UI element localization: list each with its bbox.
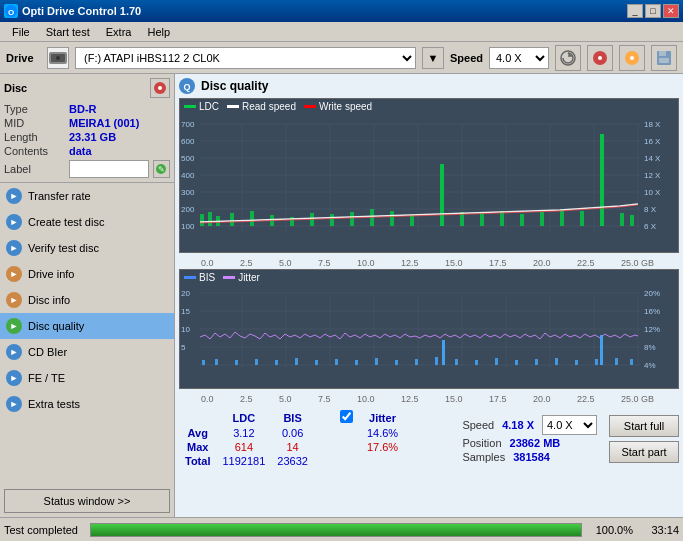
disc-label-button[interactable]: ✎	[153, 160, 170, 178]
nav-create-label: Create test disc	[28, 216, 104, 228]
sidebar: Disc Type BD-R MID MEIRA1 (001) Length 2…	[0, 74, 175, 517]
nav-cd-bier[interactable]: ► CD BIer	[0, 339, 174, 365]
refresh-icon-button[interactable]	[555, 45, 581, 71]
drive-label: Drive	[6, 52, 41, 64]
svg-text:400: 400	[181, 171, 195, 180]
svg-rect-96	[335, 359, 338, 365]
statusbar: Test completed 100.0% 33:14	[0, 517, 683, 541]
start-part-button[interactable]: Start part	[609, 441, 679, 463]
nav-drive-info[interactable]: ► Drive info	[0, 261, 174, 287]
nav-fe-te-label: FE / TE	[28, 372, 65, 384]
max-bis: 14	[271, 440, 314, 454]
menu-file[interactable]: File	[4, 24, 38, 40]
svg-text:500: 500	[181, 154, 195, 163]
svg-rect-49	[440, 164, 444, 226]
svg-text:20: 20	[181, 289, 190, 298]
disc-contents-label: Contents	[4, 145, 69, 157]
disc-type-value: BD-R	[69, 103, 97, 115]
svg-text:14 X: 14 X	[644, 154, 661, 163]
nav-disc-quality[interactable]: ► Disc quality	[0, 313, 174, 339]
nav-disc-info[interactable]: ► Disc info	[0, 287, 174, 313]
start-full-button[interactable]: Start full	[609, 415, 679, 437]
disc-icon-button[interactable]	[150, 78, 170, 98]
nav-transfer-rate[interactable]: ► Transfer rate	[0, 183, 174, 209]
svg-text:18 X: 18 X	[644, 120, 661, 129]
nav-extra-tests[interactable]: ► Extra tests	[0, 391, 174, 417]
disc-quality-title: Disc quality	[201, 79, 268, 93]
total-bis: 23632	[271, 454, 314, 468]
nav-fe-te[interactable]: ► FE / TE	[0, 365, 174, 391]
svg-rect-97	[355, 360, 358, 365]
max-jitter: 17.6%	[361, 440, 404, 454]
write-speed-label: Write speed	[319, 101, 372, 112]
avg-jitter: 14.6%	[361, 426, 404, 440]
samples-stat-row: Samples 381584	[462, 451, 597, 463]
svg-point-7	[598, 56, 602, 60]
status-window-button[interactable]: Status window >>	[4, 489, 170, 513]
jitter-checkbox[interactable]	[340, 410, 353, 423]
upper-chart-legend: LDC Read speed Write speed	[180, 99, 678, 114]
svg-text:700: 700	[181, 120, 195, 129]
lower-chart-legend: BIS Jitter	[180, 270, 678, 285]
disc-quality-header-icon: Q	[179, 78, 195, 94]
svg-rect-51	[480, 213, 484, 226]
svg-text:✎: ✎	[158, 165, 165, 174]
svg-rect-92	[255, 359, 258, 365]
svg-text:20%: 20%	[644, 289, 660, 298]
max-ldc: 614	[216, 440, 271, 454]
svg-rect-45	[350, 212, 354, 226]
svg-text:300: 300	[181, 188, 195, 197]
nav-verify-test-disc[interactable]: ► Verify test disc	[0, 235, 174, 261]
close-button[interactable]: ✕	[663, 4, 679, 18]
progress-percentage: 100.0%	[588, 524, 633, 536]
disc-contents-value: data	[69, 145, 92, 157]
disc-quality-header: Q Disc quality	[179, 78, 679, 94]
svg-rect-36	[200, 214, 204, 226]
total-ldc: 1192181	[216, 454, 271, 468]
speed-dropdown[interactable]: 4.0 X	[542, 415, 597, 435]
svg-rect-91	[235, 360, 238, 365]
menubar: File Start test Extra Help	[0, 22, 683, 42]
jitter-header: Jitter	[361, 409, 404, 426]
upper-chart: LDC Read speed Write speed	[179, 98, 679, 253]
maximize-button[interactable]: □	[645, 4, 661, 18]
action-buttons: Start full Start part	[609, 415, 679, 463]
disc-header-label: Disc	[4, 82, 27, 94]
disc-section: Disc Type BD-R MID MEIRA1 (001) Length 2…	[0, 74, 174, 183]
speed-stat-label: Speed	[462, 419, 494, 431]
avg-label: Avg	[179, 426, 216, 440]
nav-cd-bier-icon: ►	[6, 344, 22, 360]
svg-text:8 X: 8 X	[644, 205, 657, 214]
nav-disc-quality-label: Disc quality	[28, 320, 84, 332]
menu-help[interactable]: Help	[139, 24, 178, 40]
samples-stat-label: Samples	[462, 451, 505, 463]
disc2-icon-button[interactable]	[619, 45, 645, 71]
app-icon: O	[4, 4, 18, 18]
titlebar: O Opti Drive Control 1.70 _ □ ✕	[0, 0, 683, 22]
legend-jitter: Jitter	[223, 272, 260, 283]
drive-refresh-button[interactable]: ▼	[422, 47, 444, 69]
nav-drive-info-icon: ►	[6, 266, 22, 282]
disc-icon-button[interactable]	[587, 45, 613, 71]
svg-rect-109	[575, 360, 578, 365]
disc-type-row: Type BD-R	[4, 102, 170, 116]
upper-chart-svg: 18 X 16 X 14 X 12 X 10 X 8 X 6 X 700 600…	[180, 114, 670, 244]
progress-bar-container	[90, 523, 582, 537]
svg-rect-94	[295, 358, 298, 365]
drivebar: Drive (F:) ATAPI iHBS112 2 CL0K ▼ Speed …	[0, 42, 683, 74]
ldc-color-swatch	[184, 105, 196, 108]
disc-label-input[interactable]	[69, 160, 149, 178]
disc-header: Disc	[4, 78, 170, 98]
drive-select[interactable]: (F:) ATAPI iHBS112 2 CL0K	[75, 47, 416, 69]
svg-rect-104	[475, 360, 478, 365]
window-controls: _ □ ✕	[627, 4, 679, 18]
minimize-button[interactable]: _	[627, 4, 643, 18]
speed-select[interactable]: 4.0 X	[489, 47, 549, 69]
menu-extra[interactable]: Extra	[98, 24, 140, 40]
save-icon-button[interactable]	[651, 45, 677, 71]
menu-start-test[interactable]: Start test	[38, 24, 98, 40]
nav-create-test-disc[interactable]: ► Create test disc	[0, 209, 174, 235]
svg-point-9	[630, 56, 634, 60]
svg-rect-105	[495, 358, 498, 365]
col-bis-header: BIS	[271, 409, 314, 426]
